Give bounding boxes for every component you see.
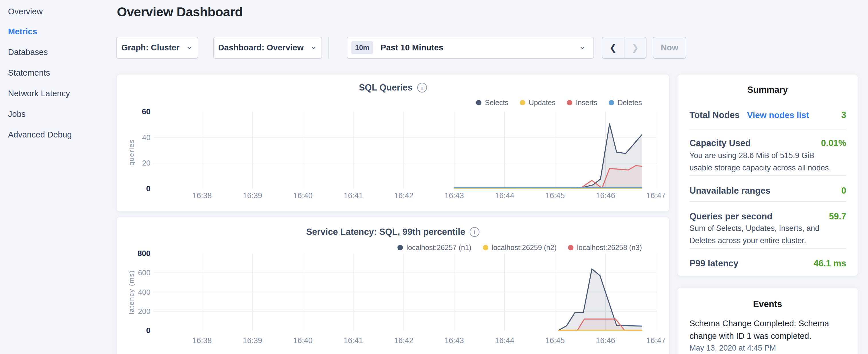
summary-row-value: 0 — [841, 186, 846, 196]
svg-text:400: 400 — [138, 288, 150, 296]
svg-text:16:46: 16:46 — [596, 336, 615, 345]
svg-text:16:40: 16:40 — [293, 336, 313, 345]
view-nodes-list-link[interactable]: View nodes list — [747, 110, 809, 120]
chart-title: Service Latency: SQL, 99th percentile — [306, 227, 465, 237]
svg-text:600: 600 — [138, 268, 150, 277]
dashboard-select[interactable]: Dashboard: Overview ⌄ — [213, 37, 322, 59]
sidebar-item-overview[interactable]: Overview — [8, 6, 43, 17]
sql-queries-panel: SQL Queries i SelectsUpdatesInsertsDelet… — [116, 74, 670, 212]
legend-label: Deletes — [618, 99, 642, 107]
sidebar-item-jobs[interactable]: Jobs — [8, 108, 26, 120]
svg-text:16:47: 16:47 — [646, 336, 666, 345]
legend-label: localhost:26259 (n2) — [492, 244, 557, 252]
svg-text:20: 20 — [142, 159, 150, 167]
summary-row-value: 59.7 — [829, 212, 846, 222]
legend-label: Updates — [529, 99, 555, 107]
svg-text:16:42: 16:42 — [394, 191, 413, 200]
svg-text:16:39: 16:39 — [243, 336, 262, 345]
svg-text:16:43: 16:43 — [444, 191, 464, 200]
legend-item: Selects — [476, 99, 508, 107]
graph-select[interactable]: Graph: Cluster ⌄ — [116, 37, 198, 59]
svg-text:16:44: 16:44 — [495, 191, 515, 200]
svg-text:16:43: 16:43 — [444, 336, 464, 345]
legend-dot-icon — [520, 100, 525, 105]
chart-legend: SelectsUpdatesInsertsDeletes — [476, 99, 642, 107]
summary-row-value: 3 — [841, 110, 846, 120]
info-icon[interactable]: i — [417, 83, 427, 93]
legend-label: Inserts — [576, 99, 597, 107]
sidebar-item-databases[interactable]: Databases — [8, 46, 48, 58]
svg-text:16:45: 16:45 — [545, 336, 565, 345]
service-latency-panel: Service Latency: SQL, 99th percentile i … — [116, 217, 670, 354]
legend-dot-icon — [568, 245, 574, 250]
total-nodes-label: Total Nodes — [689, 110, 740, 120]
page-title: Overview Dashboard — [117, 5, 243, 20]
time-next-button[interactable]: ❯ — [624, 37, 646, 58]
summary-row-note: You are using 28.6 MiB of 515.9 GiB usab… — [689, 150, 838, 174]
svg-text:16:38: 16:38 — [192, 336, 212, 345]
legend-item: localhost:26259 (n2) — [483, 244, 557, 252]
svg-text:16:39: 16:39 — [243, 191, 262, 200]
sidebar-item-statements[interactable]: Statements — [8, 67, 50, 78]
legend-label: localhost:26258 (n3) — [577, 244, 642, 252]
svg-text:800: 800 — [137, 249, 150, 258]
legend-item: localhost:26258 (n3) — [568, 244, 642, 252]
legend-dot-icon — [398, 245, 403, 250]
legend-item: localhost:26257 (n1) — [398, 244, 471, 252]
chart-legend: localhost:26257 (n1)localhost:26259 (n2)… — [398, 244, 642, 252]
chevron-down-icon: ⌄ — [310, 41, 317, 51]
time-stepper: ❮ ❯ — [602, 37, 647, 59]
legend-dot-icon — [609, 100, 614, 105]
svg-text:16:38: 16:38 — [192, 191, 212, 200]
divider — [689, 248, 846, 249]
time-window-select[interactable]: 10m Past 10 Minutes ⌄ — [347, 37, 594, 59]
time-window-badge: 10m — [351, 41, 373, 54]
svg-text:16:40: 16:40 — [293, 191, 313, 200]
time-window-label: Past 10 Minutes — [380, 43, 579, 53]
summary-row-note: Sum of Selects, Updates, Inserts, and De… — [689, 222, 838, 247]
sql-queries-chart[interactable]: 16:3816:3916:4016:4116:4216:4316:4416:45… — [117, 74, 669, 212]
time-prev-button[interactable]: ❮ — [602, 37, 624, 58]
summary-heading: Summary — [677, 85, 858, 95]
sidebar-item-metrics[interactable]: Metrics — [8, 26, 37, 37]
svg-text:200: 200 — [138, 307, 150, 316]
legend-item: Updates — [520, 99, 555, 107]
divider — [689, 129, 846, 129]
svg-text:16:45: 16:45 — [545, 191, 565, 200]
divider — [689, 201, 846, 202]
summary-row-label: Unavailable ranges — [689, 186, 771, 196]
graph-select-label: Graph: Cluster — [121, 43, 179, 53]
service-latency-chart[interactable]: 16:3816:3916:4016:4116:4216:4316:4416:45… — [117, 217, 669, 354]
summary-row-value: 0.01% — [821, 138, 846, 148]
legend-dot-icon — [476, 100, 482, 105]
toolbar-divider — [329, 37, 329, 59]
svg-text:16:42: 16:42 — [394, 336, 413, 345]
legend-label: Selects — [485, 99, 508, 107]
legend-dot-icon — [483, 245, 488, 250]
summary-row-label: Total NodesView nodes list — [689, 110, 809, 120]
svg-text:0: 0 — [146, 326, 150, 335]
legend-item: Deletes — [609, 99, 642, 107]
svg-text:16:41: 16:41 — [344, 336, 363, 345]
dashboard-select-label: Dashboard: Overview — [218, 43, 304, 53]
summary-row-label: P99 latency — [689, 258, 739, 269]
sidebar-item-advanced-debug[interactable]: Advanced Debug — [8, 129, 72, 140]
summary-row-label: Capacity Used — [689, 138, 751, 148]
svg-text:40: 40 — [142, 133, 150, 142]
info-icon[interactable]: i — [470, 227, 479, 237]
now-button[interactable]: Now — [653, 37, 686, 59]
chart-title: SQL Queries — [359, 83, 412, 93]
chevron-down-icon: ⌄ — [186, 41, 193, 51]
chevron-down-icon: ⌄ — [579, 41, 586, 51]
sidebar-item-network-latency[interactable]: Network Latency — [8, 88, 70, 99]
events-panel: Events Schema Change Completed: Schema c… — [677, 287, 858, 354]
event-timestamp: May 13, 2020 at 4:45 PM — [689, 344, 776, 353]
svg-text:16:47: 16:47 — [646, 191, 666, 200]
event-text: Schema Change Completed: Schema change w… — [689, 317, 844, 342]
divider — [689, 175, 846, 176]
svg-text:0: 0 — [146, 185, 150, 193]
summary-panel: Summary Total NodesView nodes list 3 Cap… — [677, 74, 858, 277]
summary-row-value: 46.1 ms — [813, 258, 846, 269]
svg-text:60: 60 — [142, 107, 150, 116]
svg-text:16:41: 16:41 — [344, 191, 363, 200]
